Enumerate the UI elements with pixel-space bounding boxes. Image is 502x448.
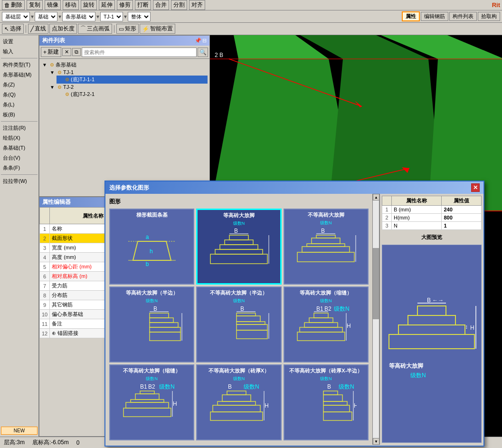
tree-tj2-1[interactable]: ⚙ (底)TJ-2-1 <box>57 90 208 98</box>
menu-draw-rebar[interactable]: 绘筋(X) <box>1 133 38 143</box>
dialog-close-btn[interactable]: ✕ <box>471 183 480 192</box>
tab-pick[interactable]: 拾取构 <box>478 12 500 21</box>
svg-rect-73 <box>323 391 338 395</box>
prop-row-num: 11 <box>40 319 50 329</box>
copy-component-btn[interactable]: ⧉ <box>72 48 81 56</box>
mirror-btn[interactable]: 镜像 <box>45 0 61 10</box>
line-btn[interactable]: ╱ 直线 <box>28 24 48 34</box>
new-component-btn[interactable]: + 新建 <box>41 47 61 57</box>
menu-strip-foundation[interactable]: 条形基础(M) <box>1 70 38 79</box>
big-preview: B ←→ H ↕ 等高砖大放脚 级数N <box>382 245 482 443</box>
menu-settings[interactable]: 设置 <box>1 37 38 46</box>
dprop-row-value[interactable]: 240 <box>442 206 482 214</box>
copy-btn[interactable]: 复制 <box>27 0 43 10</box>
tree-strip-foundation[interactable]: ▼ ⚙ 条形基础 <box>41 61 208 69</box>
dprop-row[interactable]: 2H(mm)800 <box>382 214 482 222</box>
left-panel: 设置 输入 构件类型(T) 条形基础(M) 条(Z) 条(Q) 条(L) 板(B… <box>0 35 39 437</box>
dprop-row[interactable]: 3N1 <box>382 222 482 230</box>
panel-float-btn[interactable]: ⊟ <box>202 38 207 44</box>
menu-pull-band[interactable]: 拉拉带(W) <box>1 177 38 186</box>
shape-card-6[interactable]: 等高砖大放脚（缩缝） 级数N B1 B2 <box>284 286 369 362</box>
whole-select[interactable]: 整体 <box>128 12 151 21</box>
menu-component-type[interactable]: 构件类型(T) <box>1 60 38 69</box>
tree-tj1[interactable]: ▼ ⚙ TJ-1 <box>49 69 208 76</box>
svg-rect-9 <box>215 249 263 254</box>
expand-icon[interactable]: ▼ <box>41 62 48 67</box>
prop-row-num: 7 <box>40 281 50 291</box>
shape-subtitle-3: 级数N <box>286 220 366 226</box>
panel-pin-btn[interactable]: 📌 <box>195 38 201 44</box>
scroll-up-btn[interactable]: ▲ <box>373 194 379 200</box>
prop-row-num: 2 <box>40 234 50 243</box>
menu-strip-l[interactable]: 条(L) <box>1 100 38 109</box>
search-btn[interactable]: 🔍 <box>198 48 208 57</box>
shapes-scrollbar[interactable]: ▲ ▼ <box>372 194 379 445</box>
shape-title-5: 不等高砖大放脚（半边） <box>199 289 278 296</box>
menu-strip-f[interactable]: 条条(F) <box>1 163 38 172</box>
shape-card-1[interactable]: 梯形截面条基 a h b <box>109 209 194 285</box>
shape-card-4[interactable]: 等高砖大放脚（半边） 级数N B <box>109 286 194 362</box>
align-btn[interactable]: 对齐 <box>189 0 205 10</box>
expand-icon-tj2[interactable]: ▼ <box>49 85 56 90</box>
svg-rect-75 <box>323 401 347 405</box>
rotate-btn[interactable]: 旋转 <box>81 0 97 10</box>
dprop-row-value[interactable]: 1 <box>442 222 482 230</box>
tab-component-list[interactable]: 构件列表 <box>449 12 477 21</box>
split-btn[interactable]: 分割 <box>171 0 187 10</box>
menu-platform-v[interactable]: 台台(V) <box>1 153 38 162</box>
delete-component-btn[interactable]: ✕ <box>62 48 71 56</box>
break-btn[interactable]: 打断 <box>135 0 151 10</box>
trim-btn[interactable]: 修剪 <box>117 0 133 10</box>
rect-btn[interactable]: ▭ 矩形 <box>116 24 139 34</box>
menu-note-r[interactable]: 注注筋(R) <box>1 124 38 133</box>
svg-text:B: B <box>234 228 238 234</box>
dprop-row-name: N <box>392 222 442 230</box>
base-select[interactable]: 基础 <box>35 12 57 21</box>
tree-tj2[interactable]: ▼ ⚙ TJ-2 <box>49 84 208 90</box>
shape-card-2[interactable]: 等高砖大放脚 级数N <box>196 209 281 285</box>
new-badge: NEW <box>1 427 38 435</box>
layer-select[interactable]: 基础层 <box>2 12 30 21</box>
menu-input[interactable]: 输入 <box>1 47 38 56</box>
select-btn[interactable]: ↖ 选择 <box>2 24 24 34</box>
scroll-down-btn[interactable]: ▼ <box>373 438 379 445</box>
tj-select[interactable]: TJ-1 <box>100 12 123 21</box>
tab-property[interactable]: 属性 <box>402 11 420 21</box>
merge-btn[interactable]: 合并 <box>153 0 169 10</box>
dialog-title[interactable]: 选择参数化图形 ✕ <box>105 181 483 194</box>
smart-place-btn[interactable]: ⚡ 智能布置 <box>140 24 175 34</box>
shape-card-3[interactable]: 不等高砖大放脚 级数N B <box>284 209 369 285</box>
second-toolbar: 基础层 ▾ 基础 ▾ 条形基础 ▾ TJ-1 ▾ 整体 属性 编辑钢筋 构件列表… <box>0 10 502 23</box>
menu-strip-q[interactable]: 条(Q) <box>1 90 38 99</box>
dprop-row-value[interactable]: 800 <box>442 214 482 222</box>
shape-subtitle-2: 级数N <box>199 220 278 227</box>
svg-text:级数N: 级数N <box>244 384 259 390</box>
dialog-right-panel: 属性名称 属性值 1B (mm)2402H(mm)8003N1 大图预览 <box>379 194 483 445</box>
svg-rect-16 <box>316 235 335 238</box>
expand-icon-tj1[interactable]: ▼ <box>49 70 56 75</box>
shape-card-7[interactable]: 不等高砖大放脚（缩缝） 级数N B1 B2 级数N <box>109 364 194 440</box>
shape-card-5[interactable]: 不等高砖大放脚（半边） 级数N B <box>196 286 281 362</box>
point-length-btn[interactable]: 点加长度 <box>49 24 77 34</box>
tree-label-tj2-1: (底)TJ-2-1 <box>71 91 95 98</box>
tree-tj1-1[interactable]: ⚙ (底)TJ-1-1 <box>57 76 208 84</box>
search-input[interactable] <box>82 48 197 57</box>
menu-strip-z[interactable]: 条(Z) <box>1 80 38 89</box>
menu-slab-b[interactable]: 板(B) <box>1 110 38 119</box>
move-btn[interactable]: 移动 <box>63 0 79 10</box>
shape-svg-1: a h b <box>123 227 180 275</box>
extend-btn[interactable]: 延伸 <box>99 0 115 10</box>
big-preview-label: 大图预览 <box>382 234 482 241</box>
shape-title-6: 等高砖大放脚（缩缝） <box>286 289 366 296</box>
menu-foundation-t[interactable]: 条基础(T) <box>1 143 38 153</box>
shape-card-8[interactable]: 不等高砖大放脚（砖厚X） 级数N B 级数N <box>196 364 281 440</box>
svg-text:级数N: 级数N <box>339 384 354 390</box>
three-point-arc-btn[interactable]: ⌒ 三点画弧 <box>78 24 112 34</box>
dprop-row-num: 3 <box>382 222 392 230</box>
delete-btn[interactable]: 🗑 删除 <box>2 0 25 10</box>
shape-card-9[interactable]: 不等高砖大放脚（砖厚X-半边） 级数N B 级数N <box>284 364 369 440</box>
strip-foundation-select[interactable]: 条形基础 <box>62 12 95 21</box>
dprop-row[interactable]: 1B (mm)240 <box>382 206 482 214</box>
tab-edit-rebar[interactable]: 编辑钢筋 <box>421 12 448 21</box>
shape-drawing-3: B H <box>286 226 366 282</box>
